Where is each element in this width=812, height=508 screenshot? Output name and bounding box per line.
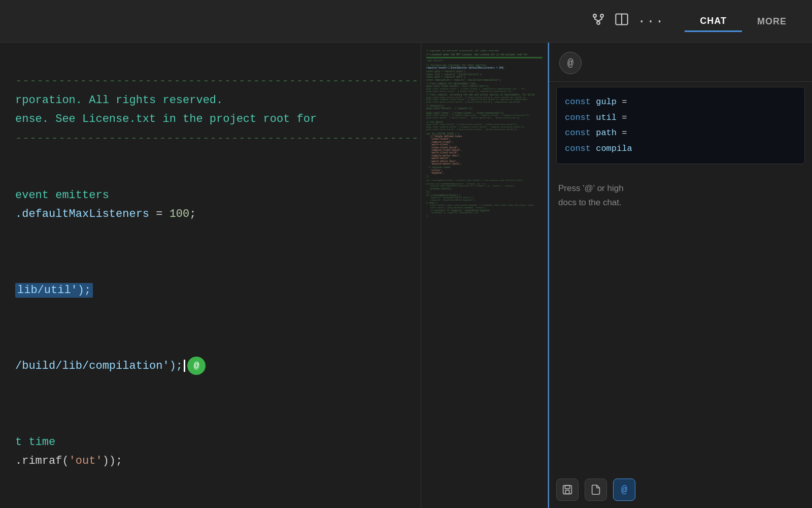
code-content: ----------------------------------------… <box>0 43 421 500</box>
svg-point-2 <box>597 21 600 24</box>
split-editor-icon[interactable] <box>615 12 629 30</box>
minimap: // Copyright (c) Microsoft Corporation. … <box>421 43 548 508</box>
svg-rect-7 <box>565 490 569 494</box>
svg-rect-6 <box>565 486 569 489</box>
chat-header: @ <box>549 43 812 82</box>
code-require-util: lib/util'); <box>15 283 93 298</box>
top-bar: ··· CHAT MORE <box>0 0 812 43</box>
git-icon[interactable] <box>591 12 605 30</box>
code-rimraf: .rimraf('out')); <box>15 455 122 467</box>
svg-point-1 <box>600 14 603 17</box>
code-preview: const gulp = const util = const path = c… <box>556 87 805 164</box>
at-mention-icon: @ <box>559 52 582 74</box>
preview-line-4: const compila <box>565 141 796 157</box>
at-badge: @ <box>187 357 206 375</box>
code-first-time: t time <box>15 436 55 449</box>
chat-tabs: CHAT MORE <box>685 11 802 32</box>
editor-toolbar: ··· <box>591 12 665 30</box>
chat-toolbar: @ <box>549 473 812 508</box>
copyright-line-2: ense. See License.txt in the project roo… <box>15 113 317 125</box>
code-editor[interactable]: ----------------------------------------… <box>0 43 421 508</box>
preview-line-3: const path = <box>565 125 796 141</box>
svg-point-0 <box>593 14 596 17</box>
chat-input-area[interactable]: Press '@' or highdocs to the chat. <box>549 169 812 473</box>
save-context-button[interactable] <box>556 479 579 501</box>
dashed-line-top: ----------------------------------------… <box>15 75 421 87</box>
chat-placeholder-text: Press '@' or highdocs to the chat. <box>556 177 805 465</box>
file-context-button[interactable] <box>585 479 607 501</box>
main-content: ----------------------------------------… <box>0 43 812 508</box>
dashed-line-bottom: ----------------------------------------… <box>15 132 421 145</box>
code-max-listeners: .defaultMaxListeners = 100; <box>15 208 196 220</box>
at-mention-button[interactable]: @ <box>613 479 635 501</box>
copyright-line-1: rporation. All rights reserved. <box>15 94 223 107</box>
preview-line-1: const gulp = <box>565 94 796 110</box>
tab-more[interactable]: MORE <box>742 11 802 31</box>
tab-chat[interactable]: CHAT <box>685 11 742 32</box>
more-options-icon[interactable]: ··· <box>638 14 665 29</box>
comment-event-emitters: event emitters <box>15 189 109 202</box>
code-require-compilation: /build/lib/compilation');@ <box>15 360 206 372</box>
chat-panel: @ const gulp = const util = const path =… <box>548 43 812 508</box>
preview-line-2: const util = <box>565 110 796 126</box>
